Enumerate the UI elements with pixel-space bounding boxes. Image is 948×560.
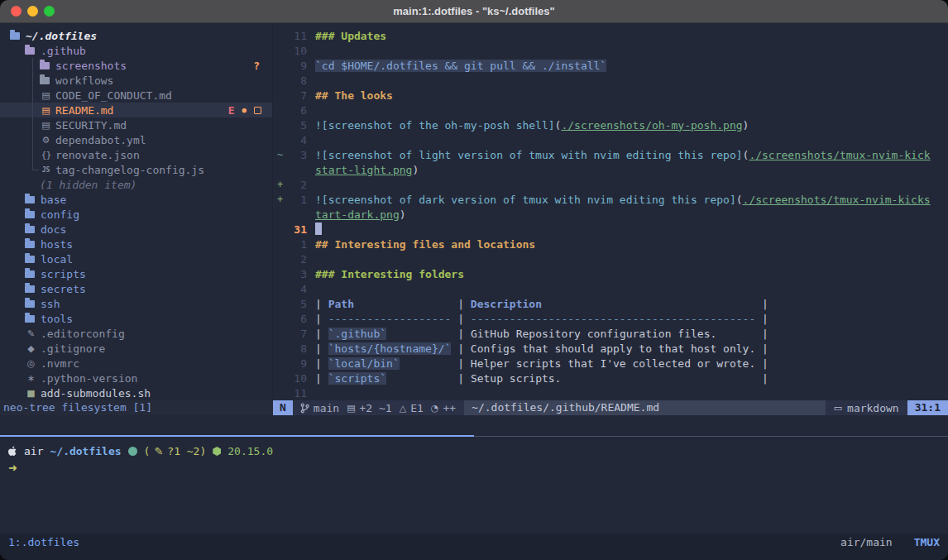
tree-item[interactable]: ■add-submodules.sh bbox=[0, 385, 273, 400]
tmux-host: air/main bbox=[840, 535, 893, 550]
tree-item-label: CODE_OF_CONDUCT.md bbox=[55, 89, 172, 102]
tree-item[interactable]: base bbox=[0, 192, 273, 207]
neo-tree-statusline: neo-tree filesystem [1] bbox=[0, 400, 273, 415]
md-icon: ▤ bbox=[40, 90, 52, 101]
tree-item[interactable]: secrets bbox=[0, 281, 273, 296]
editor-line[interactable]: start-light.png) bbox=[273, 162, 948, 177]
folder-icon bbox=[25, 241, 35, 248]
tree-item[interactable]: ▤SECURITY.md bbox=[0, 117, 273, 132]
tree-item-label: README.md bbox=[55, 104, 113, 117]
editor-line[interactable]: 6| ------------------- | ---------------… bbox=[273, 311, 948, 326]
editor-line[interactable]: 3### Interesting folders bbox=[273, 266, 948, 281]
error-marker: E bbox=[228, 104, 235, 117]
tree-item-label: hosts bbox=[41, 238, 73, 251]
tmux-window-tab[interactable]: 1:.dotfiles bbox=[8, 535, 79, 550]
tree-item[interactable]: .github bbox=[0, 43, 273, 58]
editor-line[interactable]: +1![screenshot of dark version of tmux w… bbox=[273, 192, 948, 207]
node-icon bbox=[213, 447, 221, 456]
tmux-pane-divider[interactable] bbox=[0, 435, 948, 437]
folder-icon bbox=[10, 32, 20, 40]
tree-item[interactable]: ✎.editorconfig bbox=[0, 326, 273, 341]
git-untracked-badge: ? bbox=[253, 60, 260, 72]
tmux-label: TMUX bbox=[914, 535, 940, 550]
editor-line[interactable]: ~3![screenshot of light version of tmux … bbox=[273, 147, 948, 162]
tree-item-label: renovate.json bbox=[55, 149, 140, 161]
editor-line[interactable]: 10| `scripts` | Setup scripts. | bbox=[273, 371, 948, 385]
git-branch-segment: main bbox=[300, 402, 339, 414]
tree-item[interactable]: JStag-changelog-config.js bbox=[0, 162, 273, 177]
editor-line[interactable]: 8 bbox=[273, 73, 948, 88]
line-number: 11 bbox=[285, 30, 307, 42]
tree-item[interactable]: ▤CODE_OF_CONDUCT.md bbox=[0, 88, 273, 103]
tree-item[interactable]: hosts bbox=[0, 237, 273, 251]
line-number: 5 bbox=[285, 119, 307, 132]
editor-line[interactable]: 5![screenshot of the oh-my-posh shell](.… bbox=[273, 117, 948, 132]
tree-item[interactable]: ⚙dependabot.yml bbox=[0, 132, 273, 147]
editor-line[interactable]: 9`cd $HOME/.dotfiles && git pull && ./in… bbox=[273, 58, 948, 73]
tree-item[interactable]: ∗.python-version bbox=[0, 371, 273, 385]
branch-name: main bbox=[314, 402, 339, 414]
tree-item-label: .editorconfig bbox=[41, 328, 125, 340]
folder-icon bbox=[25, 47, 35, 55]
tree-item[interactable]: scripts bbox=[0, 266, 273, 281]
tree-item[interactable]: config bbox=[0, 207, 273, 222]
tree-item[interactable]: ◆.gitignore bbox=[0, 341, 273, 356]
tree-item[interactable]: docs bbox=[0, 222, 273, 237]
editor-line[interactable]: 7## The looks bbox=[273, 88, 948, 103]
titlebar: main:1:.dotfiles - "ks~/.dotfiles" bbox=[0, 0, 948, 23]
line-number: 6 bbox=[285, 104, 307, 117]
line-text: ## Interesting files and locations bbox=[315, 238, 535, 251]
folder-icon bbox=[25, 226, 35, 233]
line-number: 10 bbox=[285, 372, 307, 385]
filetype-label: markdown bbox=[847, 402, 899, 414]
editor-line[interactable]: 1## Interesting files and locations bbox=[273, 237, 948, 251]
tree-item[interactable]: (1 hidden item) bbox=[0, 177, 273, 192]
tree-item[interactable]: ▤README.mdE● bbox=[0, 103, 273, 117]
editor-line[interactable]: 5| Path | Description | bbox=[273, 296, 948, 311]
editor-line[interactable]: 8| `hosts/{hostname}/` | Configs that sh… bbox=[273, 341, 948, 356]
tree-item-label: .python-version bbox=[41, 372, 137, 385]
tree-item-label: .github bbox=[41, 45, 86, 57]
tree-item[interactable]: workflows bbox=[0, 73, 273, 88]
editor-line[interactable]: 11 bbox=[273, 385, 948, 400]
tmux-statusbar: 1:.dotfiles air/main TMUX bbox=[0, 534, 948, 560]
editor-line[interactable]: 4 bbox=[273, 132, 948, 147]
tree-item-label: (1 hidden item) bbox=[40, 179, 136, 191]
folder-icon bbox=[25, 285, 35, 293]
editor-line[interactable]: 2 bbox=[273, 251, 948, 266]
editor-line[interactable]: 11### Updates bbox=[273, 28, 948, 43]
active-border bbox=[0, 435, 474, 437]
line-number: 9 bbox=[285, 357, 307, 370]
editor-line[interactable]: +2 bbox=[273, 177, 948, 192]
line-text: ![screenshot of the oh-my-posh shell](./… bbox=[315, 119, 749, 132]
tree-item-label: dependabot.yml bbox=[55, 134, 146, 146]
tree-item[interactable]: ◎.nvmrc bbox=[0, 356, 273, 371]
tree-item[interactable]: local bbox=[0, 251, 273, 266]
editor-line[interactable]: 31 bbox=[273, 222, 948, 237]
beaker-icon: △ bbox=[400, 403, 406, 414]
mode-indicator: N bbox=[273, 400, 293, 415]
tree-item[interactable]: ~/.dotfiles bbox=[0, 28, 273, 43]
editor-line[interactable]: 10 bbox=[273, 43, 948, 58]
editor-line[interactable]: 7| `.github` | GitHub Repository configu… bbox=[273, 326, 948, 341]
editor-line[interactable]: 6 bbox=[273, 103, 948, 117]
tree-item[interactable]: ssh bbox=[0, 296, 273, 311]
line-text: ### Updates bbox=[315, 30, 386, 42]
terminal-window: main:1:.dotfiles - "ks~/.dotfiles" ~/.do… bbox=[0, 0, 948, 560]
tmux-right-status: air/main TMUX bbox=[840, 535, 940, 550]
tree-item[interactable]: {}renovate.json bbox=[0, 147, 273, 162]
line-number: 3 bbox=[285, 268, 307, 280]
md-icon: ▤ bbox=[40, 105, 52, 116]
tree-item-label: scripts bbox=[41, 268, 86, 280]
prompt-input-line[interactable]: ➜ bbox=[8, 460, 273, 476]
hostname: air bbox=[24, 445, 43, 457]
tree-item[interactable]: screenshots? bbox=[0, 58, 273, 73]
gutter-sign: ~ bbox=[273, 149, 285, 160]
tree-item[interactable]: tools bbox=[0, 311, 273, 326]
history-icon: ◔ bbox=[431, 403, 439, 414]
tree-item-label: tag-changelog-config.js bbox=[55, 164, 204, 176]
line-text: | `hosts/{hostname}/` | Configs that sho… bbox=[315, 342, 768, 355]
editor-line[interactable]: tart-dark.png) bbox=[273, 207, 948, 222]
editor-line[interactable]: 9| `local/bin` | Helper scripts that I'v… bbox=[273, 356, 948, 371]
editor-line[interactable]: 4 bbox=[273, 281, 948, 296]
